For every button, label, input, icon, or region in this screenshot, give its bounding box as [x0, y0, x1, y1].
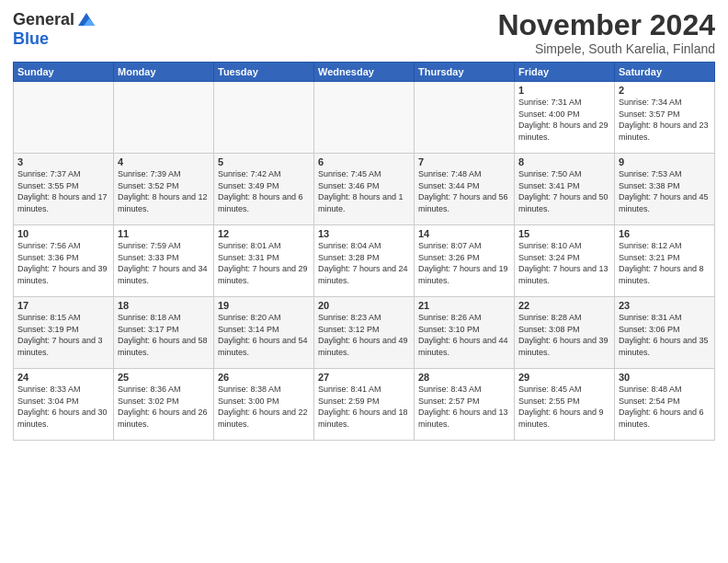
calendar-week-4: 17Sunrise: 8:15 AM Sunset: 3:19 PM Dayli…	[14, 297, 715, 369]
day-number: 13	[318, 228, 410, 239]
day-number: 10	[17, 228, 109, 239]
day-number: 17	[17, 300, 109, 311]
day-number: 6	[318, 156, 410, 167]
day-info: Sunrise: 8:48 AM Sunset: 2:54 PM Dayligh…	[619, 384, 711, 430]
day-number: 8	[518, 156, 610, 167]
calendar-cell: 5Sunrise: 7:42 AM Sunset: 3:49 PM Daylig…	[214, 154, 314, 225]
day-number: 29	[518, 372, 610, 383]
day-info: Sunrise: 8:12 AM Sunset: 3:21 PM Dayligh…	[619, 240, 711, 286]
title-area: November 2024 Simpele, South Karelia, Fi…	[497, 9, 715, 56]
day-number: 21	[418, 300, 510, 311]
logo: General Blue	[13, 9, 97, 49]
day-info: Sunrise: 7:34 AM Sunset: 3:57 PM Dayligh…	[619, 97, 711, 143]
day-info: Sunrise: 7:59 AM Sunset: 3:33 PM Dayligh…	[118, 240, 210, 286]
day-number: 11	[118, 228, 210, 239]
day-info: Sunrise: 8:15 AM Sunset: 3:19 PM Dayligh…	[17, 312, 109, 358]
day-info: Sunrise: 8:31 AM Sunset: 3:06 PM Dayligh…	[619, 312, 711, 358]
day-number: 9	[619, 156, 711, 167]
calendar-cell: 9Sunrise: 7:53 AM Sunset: 3:38 PM Daylig…	[615, 154, 715, 225]
calendar-cell: 1Sunrise: 7:31 AM Sunset: 4:00 PM Daylig…	[515, 82, 615, 154]
calendar-cell: 11Sunrise: 7:59 AM Sunset: 3:33 PM Dayli…	[114, 225, 214, 297]
day-info: Sunrise: 7:56 AM Sunset: 3:36 PM Dayligh…	[17, 240, 109, 286]
calendar-cell: 21Sunrise: 8:26 AM Sunset: 3:10 PM Dayli…	[415, 297, 515, 369]
col-thursday: Thursday	[415, 63, 515, 82]
calendar-cell: 23Sunrise: 8:31 AM Sunset: 3:06 PM Dayli…	[615, 297, 715, 369]
logo-general: General	[13, 10, 74, 29]
calendar-cell: 12Sunrise: 8:01 AM Sunset: 3:31 PM Dayli…	[214, 225, 314, 297]
day-number: 25	[118, 372, 210, 383]
calendar-cell: 13Sunrise: 8:04 AM Sunset: 3:28 PM Dayli…	[314, 225, 415, 297]
calendar-cell	[415, 82, 515, 154]
day-info: Sunrise: 7:31 AM Sunset: 4:00 PM Dayligh…	[518, 97, 610, 143]
calendar-cell: 7Sunrise: 7:48 AM Sunset: 3:44 PM Daylig…	[415, 154, 515, 225]
day-number: 27	[318, 372, 410, 383]
col-saturday: Saturday	[615, 63, 715, 82]
month-title: November 2024	[497, 9, 715, 41]
col-monday: Monday	[114, 63, 214, 82]
calendar-cell: 3Sunrise: 7:37 AM Sunset: 3:55 PM Daylig…	[14, 154, 114, 225]
calendar-cell	[14, 82, 114, 154]
day-info: Sunrise: 8:04 AM Sunset: 3:28 PM Dayligh…	[318, 240, 410, 286]
calendar: Sunday Monday Tuesday Wednesday Thursday…	[13, 62, 715, 441]
calendar-cell: 4Sunrise: 7:39 AM Sunset: 3:52 PM Daylig…	[114, 154, 214, 225]
day-info: Sunrise: 8:20 AM Sunset: 3:14 PM Dayligh…	[218, 312, 310, 358]
calendar-week-3: 10Sunrise: 7:56 AM Sunset: 3:36 PM Dayli…	[14, 225, 715, 297]
day-number: 24	[17, 372, 109, 383]
calendar-cell: 27Sunrise: 8:41 AM Sunset: 2:59 PM Dayli…	[314, 369, 415, 441]
day-number: 18	[118, 300, 210, 311]
day-number: 22	[518, 300, 610, 311]
day-info: Sunrise: 7:50 AM Sunset: 3:41 PM Dayligh…	[518, 168, 610, 214]
calendar-week-5: 24Sunrise: 8:33 AM Sunset: 3:04 PM Dayli…	[14, 369, 715, 441]
logo-icon	[76, 9, 97, 29]
col-friday: Friday	[515, 63, 615, 82]
calendar-cell: 25Sunrise: 8:36 AM Sunset: 3:02 PM Dayli…	[114, 369, 214, 441]
calendar-cell: 6Sunrise: 7:45 AM Sunset: 3:46 PM Daylig…	[314, 154, 415, 225]
day-info: Sunrise: 8:26 AM Sunset: 3:10 PM Dayligh…	[418, 312, 510, 358]
calendar-cell: 30Sunrise: 8:48 AM Sunset: 2:54 PM Dayli…	[615, 369, 715, 441]
subtitle: Simpele, South Karelia, Finland	[497, 41, 715, 56]
page: General Blue November 2024 Simpele, Sout…	[0, 0, 728, 563]
calendar-cell: 22Sunrise: 8:28 AM Sunset: 3:08 PM Dayli…	[515, 297, 615, 369]
day-info: Sunrise: 7:48 AM Sunset: 3:44 PM Dayligh…	[418, 168, 510, 214]
calendar-cell: 26Sunrise: 8:38 AM Sunset: 3:00 PM Dayli…	[214, 369, 314, 441]
col-wednesday: Wednesday	[314, 63, 415, 82]
day-info: Sunrise: 8:07 AM Sunset: 3:26 PM Dayligh…	[418, 240, 510, 286]
day-info: Sunrise: 7:42 AM Sunset: 3:49 PM Dayligh…	[218, 168, 310, 214]
day-number: 4	[118, 156, 210, 167]
day-number: 30	[619, 372, 711, 383]
day-number: 20	[318, 300, 410, 311]
day-number: 23	[619, 300, 711, 311]
calendar-cell: 2Sunrise: 7:34 AM Sunset: 3:57 PM Daylig…	[615, 82, 715, 154]
day-info: Sunrise: 8:23 AM Sunset: 3:12 PM Dayligh…	[318, 312, 410, 358]
calendar-cell: 15Sunrise: 8:10 AM Sunset: 3:24 PM Dayli…	[515, 225, 615, 297]
header-row: Sunday Monday Tuesday Wednesday Thursday…	[14, 63, 715, 82]
calendar-cell: 18Sunrise: 8:18 AM Sunset: 3:17 PM Dayli…	[114, 297, 214, 369]
header: General Blue November 2024 Simpele, Sout…	[13, 9, 715, 56]
calendar-cell: 19Sunrise: 8:20 AM Sunset: 3:14 PM Dayli…	[214, 297, 314, 369]
calendar-cell: 8Sunrise: 7:50 AM Sunset: 3:41 PM Daylig…	[515, 154, 615, 225]
day-info: Sunrise: 8:28 AM Sunset: 3:08 PM Dayligh…	[518, 312, 610, 358]
logo-blue: Blue	[13, 29, 49, 49]
calendar-cell	[214, 82, 314, 154]
day-number: 7	[418, 156, 510, 167]
day-info: Sunrise: 8:01 AM Sunset: 3:31 PM Dayligh…	[218, 240, 310, 286]
day-info: Sunrise: 8:33 AM Sunset: 3:04 PM Dayligh…	[17, 384, 109, 430]
day-number: 14	[418, 228, 510, 239]
calendar-cell: 10Sunrise: 7:56 AM Sunset: 3:36 PM Dayli…	[14, 225, 114, 297]
day-info: Sunrise: 8:10 AM Sunset: 3:24 PM Dayligh…	[518, 240, 610, 286]
day-number: 28	[418, 372, 510, 383]
calendar-cell	[114, 82, 214, 154]
day-info: Sunrise: 7:37 AM Sunset: 3:55 PM Dayligh…	[17, 168, 109, 214]
day-info: Sunrise: 8:38 AM Sunset: 3:00 PM Dayligh…	[218, 384, 310, 430]
calendar-cell: 14Sunrise: 8:07 AM Sunset: 3:26 PM Dayli…	[415, 225, 515, 297]
col-tuesday: Tuesday	[214, 63, 314, 82]
calendar-cell: 17Sunrise: 8:15 AM Sunset: 3:19 PM Dayli…	[14, 297, 114, 369]
calendar-cell: 28Sunrise: 8:43 AM Sunset: 2:57 PM Dayli…	[415, 369, 515, 441]
day-info: Sunrise: 8:41 AM Sunset: 2:59 PM Dayligh…	[318, 384, 410, 430]
day-number: 16	[619, 228, 711, 239]
col-sunday: Sunday	[14, 63, 114, 82]
calendar-cell: 16Sunrise: 8:12 AM Sunset: 3:21 PM Dayli…	[615, 225, 715, 297]
calendar-cell: 20Sunrise: 8:23 AM Sunset: 3:12 PM Dayli…	[314, 297, 415, 369]
calendar-week-1: 1Sunrise: 7:31 AM Sunset: 4:00 PM Daylig…	[14, 82, 715, 154]
day-info: Sunrise: 7:53 AM Sunset: 3:38 PM Dayligh…	[619, 168, 711, 214]
